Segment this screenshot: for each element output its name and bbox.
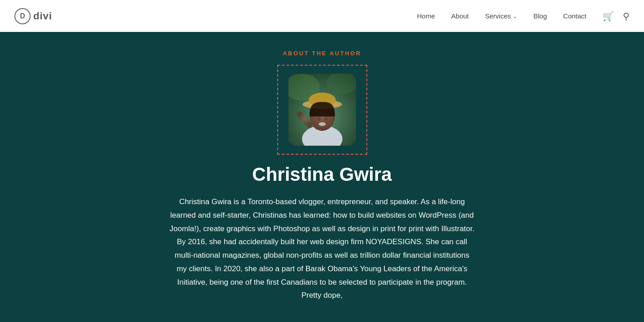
author-photo-wrapper — [277, 65, 367, 155]
author-avatar-svg — [288, 74, 356, 146]
logo-letter: D — [20, 12, 25, 20]
nav-services-label: Services — [485, 12, 511, 20]
nav-icons: 🛒 ⚲ — [603, 11, 630, 22]
search-icon[interactable]: ⚲ — [623, 11, 630, 22]
logo-link[interactable]: D divi — [14, 8, 52, 24]
about-label: ABOUT THE AUTHOR — [283, 50, 361, 57]
svg-point-9 — [319, 122, 326, 126]
nav-home[interactable]: Home — [417, 12, 435, 20]
svg-point-8 — [324, 116, 328, 121]
main-nav: Home About Services ⌄ Blog Contact 🛒 ⚲ — [417, 11, 630, 22]
nav-about[interactable]: About — [451, 12, 469, 20]
nav-blog[interactable]: Blog — [533, 12, 547, 20]
main-content: ABOUT THE AUTHOR — [0, 32, 644, 322]
cart-icon[interactable]: 🛒 — [603, 11, 614, 22]
nav-contact[interactable]: Contact — [563, 12, 586, 20]
svg-point-7 — [317, 116, 321, 121]
logo-icon: D — [14, 8, 31, 24]
author-bio: Christina Gwira is a Toronto-based vlogg… — [169, 195, 475, 302]
nav-services[interactable]: Services ⌄ — [485, 12, 518, 20]
site-header: D divi Home About Services ⌄ Blog Contac… — [0, 0, 644, 32]
author-photo — [288, 74, 356, 146]
author-name: Christina Gwira — [252, 164, 392, 185]
logo-name: divi — [33, 10, 52, 22]
chevron-down-icon: ⌄ — [513, 13, 517, 19]
